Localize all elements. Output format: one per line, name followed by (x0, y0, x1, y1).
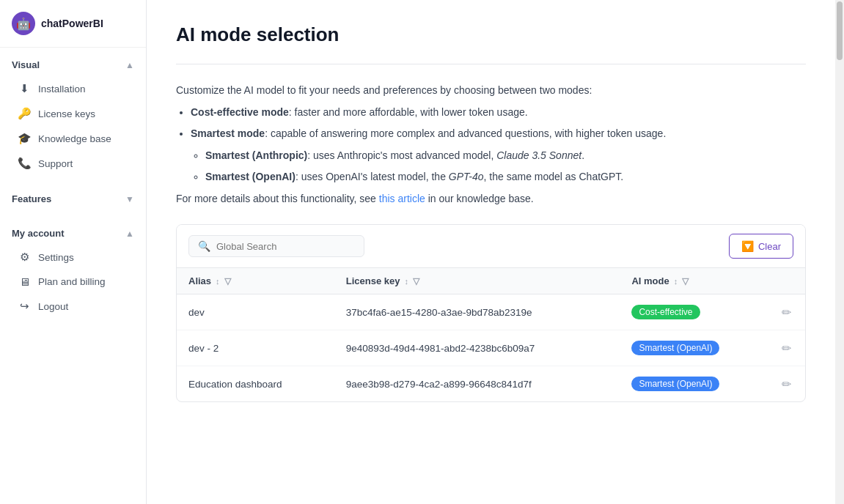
footer-text-before: For more details about this functionalit… (176, 193, 379, 204)
edit-icon[interactable]: ✏ (782, 378, 791, 390)
col-license-key: License key ↕ ▽ (334, 268, 620, 294)
description-intro: Customize the AI model to fit your needs… (176, 82, 806, 98)
billing-icon: 🖥 (18, 275, 31, 288)
logout-icon: ↪ (18, 300, 31, 313)
license-key-cell: 9e40893d-49d4-4981-abd2-4238bc6b09a7 (334, 330, 620, 366)
app-name: chatPowerBI (41, 18, 103, 29)
this-article-link[interactable]: this article (379, 193, 425, 204)
col-actions (770, 268, 805, 294)
sidebar-item-license-keys[interactable]: 🔑 License keys (0, 101, 146, 126)
sidebar-features-section: Features ▼ (0, 182, 146, 216)
table-row: Education dashboard 9aee3b98-d279-4ca2-a… (177, 366, 805, 402)
sidebar-section-visual[interactable]: Visual ▲ (0, 53, 146, 76)
sidebar-myaccount-section: My account ▲ ⚙ Settings 🖥 Plan and billi… (0, 216, 146, 325)
search-wrapper: 🔍 (188, 235, 364, 257)
bullet-cost-effective: Cost-effective mode: faster and more aff… (191, 104, 806, 120)
actions-cell: ✏ (770, 366, 805, 402)
sub-bullet1-rest: : uses Anthropic's most advanced model, (307, 149, 496, 161)
table-body: dev 37bc4fa6-ae15-4280-a3ae-9bd78ab2319e… (177, 294, 805, 402)
aimode-sort-icon[interactable]: ↕ (674, 277, 678, 286)
clear-button[interactable]: 🔽 Clear (729, 234, 793, 259)
status-badge: Smartest (OpenAI) (631, 341, 719, 355)
sub-bullet1-end: . (581, 149, 584, 161)
sidebar-item-installation[interactable]: ⬇ Installation (0, 76, 146, 101)
sub-bullet1-bold: Smartest (Anthropic) (205, 149, 307, 161)
ai-mode-cell: Smartest (OpenAI) (620, 366, 770, 402)
description-block: Customize the AI model to fit your needs… (176, 82, 806, 207)
key-icon: 🔑 (18, 107, 31, 120)
sidebar-item-settings[interactable]: ⚙ Settings (0, 245, 146, 270)
scrollbar-thumb[interactable] (837, 1, 843, 60)
edit-icon[interactable]: ✏ (782, 306, 791, 319)
main-content: AI mode selection Customize the AI model… (147, 0, 835, 504)
sub-bullet2-italic: GPT-4o (449, 171, 484, 182)
smartest-sub-list: Smartest (Anthropic): uses Anthropic's m… (205, 147, 806, 185)
col-ai-mode: AI mode ↕ ▽ (620, 268, 770, 294)
alias-cell: dev - 2 (177, 330, 334, 366)
ai-mode-cell: Smartest (OpenAI) (620, 330, 770, 366)
aimode-filter-icon[interactable]: ▽ (682, 276, 689, 286)
license-key-cell: 9aee3b98-d279-4ca2-a899-96648c841d7f (334, 366, 620, 402)
bullet1-rest: : faster and more affordable, with lower… (289, 106, 528, 118)
bullet2-bold: Smartest mode (191, 127, 265, 139)
alias-sort-icon[interactable]: ↕ (216, 277, 220, 286)
sub-bullet2-end: , the same model as ChatGPT. (484, 171, 624, 182)
sidebar-item-plan-billing[interactable]: 🖥 Plan and billing (0, 270, 146, 294)
table-toolbar: 🔍 🔽 Clear (177, 225, 805, 268)
sub-bullet1-italic: Claude 3.5 Sonnet (496, 149, 581, 161)
chevron-down-icon: ▼ (125, 194, 134, 204)
bullet2-rest: : capable of answering more complex and … (265, 127, 666, 139)
footer-text: For more details about this functionalit… (176, 190, 806, 207)
download-icon: ⬇ (18, 82, 31, 95)
sidebar-section-features[interactable]: Features ▼ (0, 188, 146, 210)
license-filter-icon[interactable]: ▽ (413, 276, 419, 286)
license-sort-icon[interactable]: ↕ (405, 277, 409, 286)
table-row: dev - 2 9e40893d-49d4-4981-abd2-4238bc6b… (177, 330, 805, 366)
sidebar-item-knowledge-base[interactable]: 🎓 Knowledge base (0, 126, 146, 151)
sub-bullet-anthropic: Smartest (Anthropic): uses Anthropic's m… (205, 147, 806, 163)
license-key-cell: 37bc4fa6-ae15-4280-a3ae-9bd78ab2319e (334, 294, 620, 330)
page-title: AI mode selection (176, 23, 806, 46)
knowledge-icon: 🎓 (18, 132, 31, 145)
sidebar-section-myaccount[interactable]: My account ▲ (0, 222, 146, 245)
sub-bullet2-rest: : uses OpenAI's latest model, the (296, 171, 449, 182)
chevron-up-icon-myaccount: ▲ (125, 229, 134, 239)
sidebar-item-logout[interactable]: ↪ Logout (0, 294, 146, 319)
sidebar: 🤖 chatPowerBI Visual ▲ ⬇ Installation 🔑 … (0, 0, 147, 504)
actions-cell: ✏ (770, 330, 805, 366)
bullet-smartest: Smartest mode: capable of answering more… (191, 125, 806, 185)
alias-cell: Education dashboard (177, 366, 334, 402)
sidebar-visual-section: Visual ▲ ⬇ Installation 🔑 License keys 🎓… (0, 48, 146, 182)
edit-icon[interactable]: ✏ (782, 342, 791, 355)
table-container: 🔍 🔽 Clear Alias ↕ ▽ (176, 224, 806, 402)
ai-mode-cell: Cost-effective (620, 294, 770, 330)
logo-icon: 🤖 (12, 12, 35, 35)
search-icon: 🔍 (198, 240, 210, 252)
table-header: Alias ↕ ▽ License key ↕ ▽ (177, 268, 805, 294)
alias-filter-icon[interactable]: ▽ (224, 276, 231, 286)
sidebar-item-support[interactable]: 📞 Support (0, 151, 146, 176)
clear-filter-icon: 🔽 (741, 240, 754, 252)
bullet1-bold: Cost-effective mode (191, 106, 289, 118)
gear-icon: ⚙ (18, 251, 31, 264)
scrollbar-track[interactable] (835, 0, 844, 504)
col-alias: Alias ↕ ▽ (177, 268, 334, 294)
divider (176, 64, 806, 64)
table-row: dev 37bc4fa6-ae15-4280-a3ae-9bd78ab2319e… (177, 294, 805, 330)
footer-text-after: in our knowledge base. (425, 193, 534, 204)
sub-bullet-openai: Smartest (OpenAI): uses OpenAI's latest … (205, 168, 806, 185)
description-list: Cost-effective mode: faster and more aff… (191, 104, 806, 185)
alias-cell: dev (177, 294, 334, 330)
clear-button-label: Clear (758, 241, 781, 252)
ai-mode-table: Alias ↕ ▽ License key ↕ ▽ (177, 268, 805, 401)
sub-bullet2-bold: Smartest (OpenAI) (205, 171, 296, 182)
status-badge: Cost-effective (631, 305, 700, 319)
phone-icon: 📞 (18, 157, 31, 170)
search-input[interactable] (216, 241, 355, 252)
chevron-up-icon: ▲ (125, 60, 134, 70)
status-badge: Smartest (OpenAI) (631, 377, 719, 391)
app-logo: 🤖 chatPowerBI (0, 0, 146, 48)
actions-cell: ✏ (770, 294, 805, 330)
